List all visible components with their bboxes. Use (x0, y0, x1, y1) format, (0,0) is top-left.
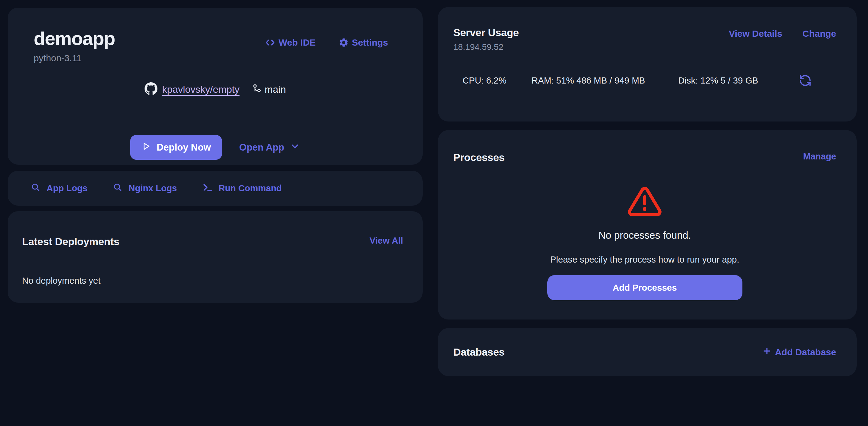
processes-title: Processes (453, 152, 504, 163)
add-processes-button[interactable]: Add Processes (547, 275, 742, 300)
deployments-title: Latest Deployments (22, 236, 119, 248)
refresh-icon (799, 83, 812, 88)
manage-processes-link[interactable]: Manage (803, 152, 836, 162)
server-usage-card: Server Usage 18.194.59.52 View Details C… (438, 7, 857, 122)
add-database-label: Add Database (775, 347, 836, 357)
repo-row: kpavlovsky/empty main (34, 82, 397, 96)
repo-link[interactable]: kpavlovsky/empty (162, 84, 240, 95)
web-ide-label: Web IDE (279, 37, 316, 48)
app-header-row: demoapp python-3.11 Web IDE Setti (34, 29, 397, 63)
server-links: View Details Change (728, 29, 836, 39)
processes-empty-title: No processes found. (453, 230, 836, 241)
terminal-icon (202, 182, 213, 195)
actions-row: Deploy Now Open App (34, 135, 397, 160)
add-database-button[interactable]: Add Database (762, 346, 836, 358)
server-header: Server Usage 18.194.59.52 View Details C… (453, 27, 836, 52)
deploy-now-label: Deploy Now (156, 142, 211, 153)
deployments-header: Latest Deployments View All (22, 236, 403, 248)
warning-triangle-icon (453, 184, 836, 219)
run-command-button[interactable]: Run Command (202, 182, 282, 195)
app-header-links: Web IDE Settings (265, 37, 389, 48)
plus-icon (762, 346, 772, 358)
deploy-now-button[interactable]: Deploy Now (130, 135, 222, 160)
processes-empty-subtitle: Please specify the process how to run yo… (453, 255, 836, 265)
view-details-link[interactable]: View Details (728, 29, 782, 39)
server-title-block: Server Usage 18.194.59.52 (453, 27, 519, 52)
refresh-stats-button[interactable] (799, 74, 812, 87)
cpu-stat: CPU: 6.2% (463, 75, 506, 86)
search-icon (113, 183, 123, 194)
settings-label: Settings (352, 37, 388, 48)
left-column: demoapp python-3.11 Web IDE Setti (8, 7, 423, 376)
processes-header: Processes Manage (453, 152, 836, 163)
dashboard-page: demoapp python-3.11 Web IDE Setti (0, 0, 868, 376)
app-logs-button[interactable]: App Logs (31, 183, 88, 194)
play-icon (141, 141, 151, 154)
code-icon (265, 37, 276, 48)
databases-card: Databases Add Database (438, 328, 857, 376)
latest-deployments-card: Latest Deployments View All No deploymen… (8, 211, 423, 303)
chevron-down-icon (290, 141, 300, 154)
app-runtime: python-3.11 (34, 53, 115, 63)
databases-title: Databases (453, 346, 504, 358)
right-column: Server Usage 18.194.59.52 View Details C… (438, 7, 857, 376)
app-logs-label: App Logs (46, 183, 88, 193)
deployments-empty-message: No deployments yet (22, 276, 403, 286)
branch-label: main (265, 84, 286, 95)
processes-empty-state: No processes found. Please specify the p… (453, 184, 836, 300)
nginx-logs-button[interactable]: Nginx Logs (113, 183, 177, 194)
app-overview-card: demoapp python-3.11 Web IDE Setti (8, 8, 423, 165)
web-ide-button[interactable]: Web IDE (265, 37, 316, 48)
server-stats-row: CPU: 6.2% RAM: 51% 486 MB / 949 MB Disk:… (453, 74, 836, 87)
app-title: demoapp (34, 29, 115, 48)
disk-stat: Disk: 12% 5 / 39 GB (678, 75, 758, 86)
run-command-label: Run Command (219, 183, 282, 193)
server-usage-title: Server Usage (453, 27, 519, 39)
settings-button[interactable]: Settings (338, 37, 388, 48)
app-title-block: demoapp python-3.11 (34, 29, 115, 63)
view-all-link[interactable]: View All (369, 236, 403, 246)
branch-wrap: main (252, 83, 286, 96)
gear-icon (338, 37, 349, 48)
processes-card: Processes Manage No processes found. Ple… (438, 130, 857, 320)
server-ip: 18.194.59.52 (453, 42, 519, 52)
logs-toolbar: App Logs Nginx Logs Run Command (8, 171, 423, 206)
change-server-link[interactable]: Change (802, 29, 836, 39)
git-branch-icon (252, 83, 263, 96)
nginx-logs-label: Nginx Logs (129, 183, 177, 193)
search-icon (31, 183, 40, 194)
open-app-button[interactable]: Open App (239, 141, 300, 154)
open-app-label: Open App (239, 142, 284, 153)
github-icon (145, 82, 157, 96)
ram-stat: RAM: 51% 486 MB / 949 MB (531, 75, 645, 86)
